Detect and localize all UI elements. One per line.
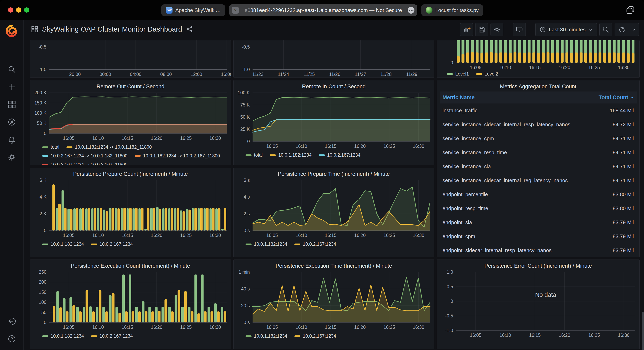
legend-item[interactable]: 10.0.2.167:1234 -> 10.0.2.167_11800 [42,160,128,165]
search-icon[interactable] [8,65,16,74]
panel-prepare-time[interactable]: Persistence Prepare Time (Increment) / M… [233,168,434,257]
legend-item[interactable]: total [42,143,59,152]
panel-title[interactable]: Remote In Count / Second [234,80,434,91]
legend-item[interactable]: 10.0.1.182:1234 [246,240,287,248]
save-dashboard-button[interactable] [475,23,488,36]
panel-prepare-count[interactable]: Persistence Prepare Count (Increment) / … [30,168,231,257]
time-range-picker[interactable]: Last 30 minutes [535,23,597,36]
share-icon[interactable] [186,26,193,32]
panel-cutoff-middle[interactable]: 11/2311/2411/2511/2611/2711/2811/29-0.5-… [233,40,434,78]
timeseries-chart[interactable]: 16:0516:1016:1516:2016:2516:30050 K100 K… [30,91,231,141]
panel-title[interactable]: Remote Out Count / Second [30,80,231,91]
add-panel-button[interactable] [460,23,473,36]
legend-item[interactable]: total [246,151,262,160]
legend-item[interactable]: 10.0.1.182:1234 [42,332,84,341]
settings-gear-icon[interactable] [8,153,16,162]
bar-chart[interactable]: 16:0516:1016:1516:2016:2516:300501001502… [30,270,231,330]
panel-title[interactable]: Metrics Aggregation Total Count [437,80,640,91]
legend-item[interactable]: 10.0.2.167:1234 [294,240,336,248]
svg-text:16:10: 16:10 [92,325,104,330]
total-count-cell: 168.44 Mil [610,108,634,114]
zoom-out-time-button[interactable] [599,23,612,36]
timeseries-chart[interactable]: 16:0516:1016:1516:2016:2516:30025 K50 K7… [234,91,434,149]
tab-more-icon[interactable] [408,7,414,13]
legend-item[interactable]: Level1 [447,69,469,78]
add-icon[interactable] [8,82,16,91]
alerting-bell-icon[interactable] [8,135,16,144]
total-count-cell: 83.80 Mil [613,191,634,197]
panel-title[interactable]: Persistence Execution Time (Increment) /… [234,260,434,270]
panel-cluster-levels[interactable]: 16:0516:1016:1516:2016:2516:300 Level1Le… [437,40,640,78]
minimize-window-button[interactable] [16,7,21,12]
panel-metrics-table[interactable]: Metrics Aggregation Total Count Metric N… [437,80,640,257]
svg-text:16:15: 16:15 [122,325,133,330]
column-header-metric-name[interactable]: Metric Name [442,95,598,101]
svg-text:12:00: 12:00 [191,72,202,77]
close-window-button[interactable] [8,7,13,12]
legend-item[interactable]: 10.0.2.167:1234 -> 10.0.1.182_11800 [42,152,128,160]
legend-item[interactable]: 10.0.1.182:1234 [246,332,287,341]
refresh-button[interactable] [615,26,629,33]
bar-chart[interactable]: 16:0516:1016:1516:2016:2516:300 [437,40,640,70]
explore-compass-icon[interactable] [8,118,16,127]
grafana-logo[interactable] [5,24,18,37]
tab-grafana-dashboard[interactable]: × e0881eed4-22961232.ap-east-1.elb.amazo… [229,4,417,16]
tab-apache-skywalking[interactable]: Sw Apache SkyWalki… [161,4,225,16]
panel-title[interactable]: Persistence Prepare Time (Increment) / M… [234,168,434,178]
help-icon[interactable]: ? [8,335,16,343]
panel-error-count[interactable]: Persistence Error Count (Increment) / Mi… [437,259,640,350]
metric-name-cell: endpoint_sla [442,219,613,225]
panel-exec-time[interactable]: Persistence Execution Time (Increment) /… [233,259,434,350]
panel-exec-count[interactable]: Persistence Execution Count (Increment) … [30,259,231,350]
tv-mode-button[interactable] [513,23,526,36]
legend-item[interactable]: 10.0.2.167:1234 [91,332,133,341]
tab-locust[interactable]: Locust for tasks.py [421,4,483,16]
dashboard-grid-icon[interactable] [31,26,38,32]
legend-item[interactable]: 10.0.1.182:1234 [270,151,312,160]
page-scrollbar[interactable] [642,312,644,350]
tab-label: Locust for tasks.py [435,7,479,13]
table-row: service_instance_sidecar_internal_req_la… [440,174,636,187]
metric-name-cell: service_instance_sla [442,164,613,170]
panel-remote-out[interactable]: Remote Out Count / Second 16:0516:1016:1… [30,80,231,165]
refresh-interval-dropdown[interactable] [629,27,638,32]
legend-item[interactable]: 10.0.1.182:1234 -> 10.0.2.167_11800 [135,152,220,160]
timeseries-chart[interactable]: 16:0516:1016:1516:2016:2516:300 s20 s40 … [234,270,434,330]
panel-title[interactable]: Persistence Error Count (Increment) / Mi… [437,260,640,270]
timeseries-chart[interactable]: 20:0000:0004:0008:0012:0016:00-0.5-1.0 [30,40,231,78]
timeseries-chart[interactable]: 16:0516:1016:1516:2016:2516:300 s2 s4 s6… [234,178,434,238]
legend-item[interactable]: 10.0.1.182:1234 [42,240,84,248]
svg-text:200 K: 200 K [34,91,47,95]
svg-text:0.5: 0.5 [447,284,453,289]
column-header-total-count[interactable]: Total Count [598,95,634,101]
svg-text:16:05: 16:05 [63,325,75,330]
legend-item[interactable]: 10.0.1.182:1234 -> 10.0.1.182_11800 [66,143,152,152]
dashboards-icon[interactable] [8,100,16,109]
panel-title[interactable]: Persistence Prepare Count (Increment) / … [30,168,231,178]
toolbar: Last 30 minutes [460,23,639,36]
timeseries-chart[interactable]: 11/2311/2411/2511/2611/2711/2811/29-0.5-… [234,40,434,78]
total-count-cell: 83.79 Mil [613,233,634,239]
panel-remote-in[interactable]: Remote In Count / Second 16:0516:1016:15… [233,80,434,165]
legend-item[interactable]: 10.0.2.167:1234 [294,332,336,341]
legend-item[interactable]: 10.0.2.167:1234 [319,151,360,160]
bar-chart[interactable]: 16:0516:1016:1516:2016:2516:3002 K4 K6 K [30,178,231,238]
panel-title[interactable]: Persistence Execution Count (Increment) … [30,260,231,270]
legend-item[interactable]: 10.0.2.167:1234 [91,240,133,248]
svg-text:16:05: 16:05 [266,233,278,238]
legend-item[interactable]: Level2 [476,69,498,78]
close-tab-icon[interactable]: × [232,7,239,13]
total-count-cell: 83.80 Mil [613,205,634,211]
panel-cutoff-left[interactable]: 20:0000:0004:0008:0012:0016:00-0.5-1.0 [30,40,231,78]
sign-in-icon[interactable] [8,317,16,326]
svg-text:16:30: 16:30 [618,65,630,70]
timeseries-chart[interactable]: 16:0516:1016:1516:2016:2516:301.00.50-0.… [437,270,640,338]
zoom-window-button[interactable] [24,7,29,12]
svg-text:16:10: 16:10 [296,233,307,238]
svg-text:16:30: 16:30 [210,233,221,238]
svg-text:16:00: 16:00 [221,72,231,77]
svg-text:-0.5: -0.5 [242,44,250,49]
svg-text:16:20: 16:20 [151,233,162,238]
tab-overview-icon[interactable] [626,5,635,15]
dashboard-settings-button[interactable] [490,23,503,36]
